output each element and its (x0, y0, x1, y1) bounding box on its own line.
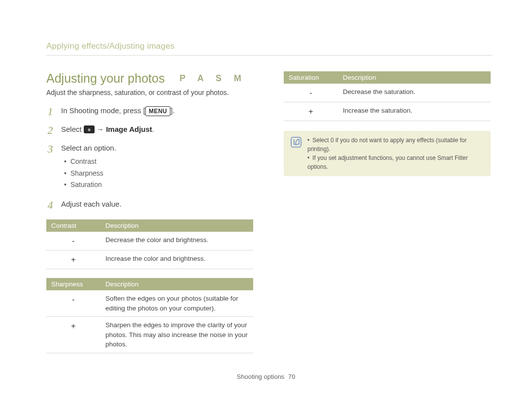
contrast-header-key: Contrast (46, 219, 100, 232)
camera-icon (84, 125, 95, 133)
step2-pre: Select (61, 125, 84, 133)
note-line-1: Select 0 if you do not want to apply any… (307, 136, 484, 154)
step-number: 3 (46, 144, 54, 154)
table-row: - Decrease the color and brightness. (46, 232, 253, 250)
sharpness-header-desc: Description (100, 278, 253, 290)
sharpness-table: Sharpness Description - Soften the edges… (46, 278, 253, 353)
table-row: + Increase the saturation. (284, 102, 491, 121)
manual-page: Applying effects/Adjusting images Adjust… (0, 0, 532, 401)
contrast-header-desc: Description (100, 219, 253, 232)
sharpness-header-key: Sharpness (46, 278, 100, 290)
step-4: 4 Adjust each value. (46, 199, 253, 211)
step2-bold: Image Adjust (106, 125, 152, 133)
step-2: 2 Select → Image Adjust. (46, 124, 253, 136)
contrast-minus-key: - (46, 232, 100, 250)
contrast-plus-desc: Increase the color and brightness. (100, 250, 253, 269)
step1-post: ]. (170, 106, 174, 115)
note-line-2: If you set adjustment functions, you can… (307, 154, 484, 171)
option-contrast: Contrast (64, 157, 253, 167)
note-box: Select 0 if you do not want to apply any… (284, 131, 491, 176)
page-title: Adjusting your photos P A S M (46, 71, 253, 86)
step-body: Adjust each value. (61, 199, 253, 209)
sharpness-plus-desc: Sharpen the edges to improve the clarity… (100, 317, 253, 353)
saturation-table: Saturation Description - Decrease the sa… (284, 71, 491, 121)
contrast-plus-key: + (46, 250, 100, 269)
sharpness-plus-key: + (46, 317, 100, 353)
step2-arrow: → (95, 125, 106, 133)
table-row: + Sharpen the edges to improve the clari… (46, 317, 253, 353)
saturation-minus-desc: Decrease the saturation. (338, 84, 491, 102)
step-number: 4 (46, 200, 54, 211)
page-footer: Shooting options 70 (0, 373, 532, 380)
mode-letters: P A S M (179, 73, 246, 84)
sharpness-minus-desc: Soften the edges on your photos (suitabl… (100, 290, 253, 317)
table-row: + Increase the color and brightness. (46, 250, 253, 269)
step-number: 2 (46, 125, 54, 136)
left-column: Adjusting your photos P A S M Adjust the… (46, 71, 253, 362)
content-columns: Adjusting your photos P A S M Adjust the… (46, 71, 493, 362)
step-1: 1 In Shooting mode, press [MENU]. (46, 105, 253, 117)
saturation-plus-desc: Increase the saturation. (338, 102, 491, 121)
svg-rect-1 (88, 127, 90, 128)
option-bullets: Contrast Sharpness Saturation (64, 157, 253, 190)
contrast-table: Contrast Description - Decrease the colo… (46, 219, 253, 269)
step-list: 1 In Shooting mode, press [MENU]. 2 Sele… (46, 105, 253, 211)
option-sharpness: Sharpness (64, 169, 253, 179)
step3-text: Select an option. (61, 144, 116, 152)
step1-pre: In Shooting mode, press [ (61, 106, 145, 115)
svg-point-3 (89, 129, 90, 130)
breadcrumb: Applying effects/Adjusting images (46, 41, 493, 56)
footer-section: Shooting options (237, 373, 285, 380)
footer-page-number: 70 (288, 373, 295, 380)
saturation-header-key: Saturation (284, 71, 338, 84)
saturation-header-desc: Description (338, 71, 491, 84)
contrast-minus-desc: Decrease the color and brightness. (100, 232, 253, 250)
step2-post: . (152, 125, 154, 133)
table-row: - Soften the edges on your photos (suita… (46, 290, 253, 317)
menu-button-label: MENU (145, 106, 170, 116)
saturation-plus-key: + (284, 102, 338, 121)
step-body: Select → Image Adjust. (61, 124, 253, 134)
sharpness-minus-key: - (46, 290, 100, 317)
saturation-minus-key: - (284, 84, 338, 102)
step-body: Select an option. Contrast Sharpness Sat… (61, 143, 253, 192)
right-column: Saturation Description - Decrease the sa… (284, 71, 491, 176)
subtitle-text: Adjust the sharpness, saturation, or con… (46, 89, 253, 96)
step-3: 3 Select an option. Contrast Sharpness S… (46, 143, 253, 192)
note-icon (291, 137, 301, 150)
table-row: - Decrease the saturation. (284, 84, 491, 102)
step-number: 1 (46, 106, 54, 117)
step-body: In Shooting mode, press [MENU]. (61, 105, 253, 116)
title-text: Adjusting your photos (46, 71, 165, 86)
option-saturation: Saturation (64, 180, 253, 190)
note-list: Select 0 if you do not want to apply any… (307, 136, 484, 171)
